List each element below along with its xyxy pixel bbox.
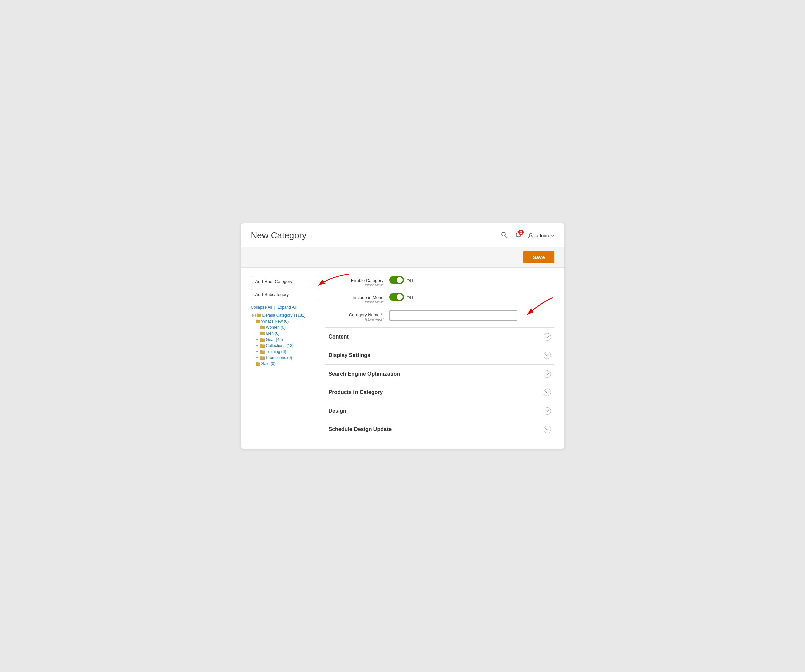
- tree-item: Sale (0): [251, 361, 319, 367]
- tree-item: + Collections (13): [251, 343, 319, 349]
- svg-rect-19: [260, 356, 262, 357]
- search-button[interactable]: [499, 230, 509, 241]
- enable-category-toggle[interactable]: [389, 276, 404, 284]
- svg-rect-9: [260, 326, 262, 327]
- svg-point-2: [529, 233, 532, 236]
- include-in-menu-toggle-label: Yes: [407, 295, 414, 300]
- section-toggle-icon-schedule: [544, 426, 551, 433]
- notifications-button[interactable]: 2: [515, 231, 522, 240]
- add-subcategory-button[interactable]: Add Subcategory: [251, 289, 319, 300]
- section-title-content: Content: [329, 334, 349, 340]
- tree-item-link[interactable]: Sale (0): [261, 361, 276, 366]
- folder-icon: [260, 331, 265, 336]
- tree-item: + Men (0): [251, 330, 319, 336]
- expand-all-link[interactable]: Expand All: [277, 305, 297, 310]
- section-header-design[interactable]: Design: [325, 402, 554, 420]
- tree-expand-icon[interactable]: +: [256, 350, 259, 353]
- tree-item: + Gear (46): [251, 336, 319, 343]
- category-tree: - Default Category (1181) What's New (0)…: [251, 312, 319, 367]
- folder-icon: [260, 344, 265, 347]
- add-root-category-button[interactable]: Add Root Category: [251, 276, 319, 287]
- tree-item: What's New (0): [251, 318, 319, 325]
- svg-rect-21: [256, 362, 258, 364]
- svg-rect-13: [260, 338, 262, 339]
- section-title-products: Products in Category: [329, 389, 383, 395]
- save-button[interactable]: Save: [523, 251, 554, 264]
- tree-item-link[interactable]: Men (0): [266, 331, 280, 336]
- required-mark: *: [381, 312, 383, 317]
- folder-icon: [260, 325, 265, 329]
- folder-icon: [260, 356, 265, 360]
- tree-item-link[interactable]: Training (6): [266, 349, 286, 354]
- svg-rect-7: [256, 320, 258, 321]
- tree-item: + Promotions (0): [251, 355, 319, 361]
- tree-expand-icon[interactable]: +: [256, 356, 259, 359]
- category-name-label: Category Name * [store view]: [329, 310, 389, 321]
- category-name-row: Category Name * [store view]: [325, 310, 554, 321]
- tree-item-link[interactable]: Promotions (0): [266, 356, 292, 360]
- folder-icon: [256, 362, 260, 366]
- tree-item: + Training (6): [251, 349, 319, 355]
- section-toggle-icon-products: [544, 389, 551, 396]
- admin-menu-button[interactable]: admin: [528, 233, 554, 239]
- tree-item-link[interactable]: Gear (46): [266, 337, 283, 342]
- content-area: Add Root Category Add Subcategory Collap…: [241, 276, 564, 439]
- enable-category-label: Enable Category [store view]: [329, 276, 389, 287]
- tree-expand-icon[interactable]: -: [252, 314, 256, 317]
- header-actions: 2 admin: [499, 230, 554, 241]
- user-icon: [528, 233, 534, 239]
- svg-rect-17: [260, 350, 262, 351]
- toolbar: Save: [241, 247, 564, 268]
- notification-badge: 2: [518, 230, 524, 235]
- section-header-seo[interactable]: Search Engine Optimization: [325, 364, 554, 383]
- folder-icon: [260, 350, 265, 354]
- main-card: New Category 2 admin: [241, 223, 564, 449]
- section-title-display-settings: Display Settings: [329, 352, 370, 358]
- include-in-menu-control: Yes: [389, 293, 551, 301]
- enable-category-toggle-label: Yes: [407, 277, 414, 283]
- tree-expand-icon[interactable]: +: [256, 338, 259, 341]
- svg-point-0: [502, 233, 506, 236]
- enable-category-row: Enable Category [store view] Yes: [325, 276, 554, 287]
- page-header: New Category 2 admin: [241, 223, 564, 247]
- page-title: New Category: [251, 230, 307, 241]
- include-in-menu-label: Include in Menu [store view]: [329, 293, 389, 304]
- section-header-display-settings[interactable]: Display Settings: [325, 346, 554, 364]
- category-name-input[interactable]: [389, 310, 517, 321]
- search-icon: [501, 231, 508, 238]
- folder-icon: [256, 319, 260, 323]
- folder-icon: [260, 338, 265, 342]
- include-in-menu-toggle[interactable]: [389, 293, 404, 301]
- section-title-seo: Search Engine Optimization: [329, 371, 400, 377]
- tree-item-link[interactable]: Women (0): [266, 325, 286, 330]
- sidebar: Add Root Category Add Subcategory Collap…: [251, 276, 325, 439]
- category-name-control: [389, 310, 551, 321]
- collapse-all-link[interactable]: Collapse All: [251, 305, 272, 310]
- enable-category-control: Yes: [389, 276, 551, 284]
- tree-expand-icon[interactable]: +: [256, 344, 259, 347]
- svg-rect-5: [257, 314, 259, 315]
- collapse-expand-links: Collapse All | Expand All: [251, 305, 319, 310]
- section-title-schedule: Schedule Design Update: [329, 426, 392, 433]
- svg-rect-11: [260, 332, 262, 333]
- tree-expand-icon[interactable]: +: [256, 332, 259, 335]
- sections-container: Content Display Settings Search Engine O…: [325, 328, 554, 439]
- section-toggle-icon-design: [544, 407, 551, 415]
- section-header-schedule[interactable]: Schedule Design Update: [325, 420, 554, 439]
- tree-item-link[interactable]: Default Category (1181): [263, 313, 306, 318]
- tree-item-link[interactable]: Collections (13): [266, 343, 294, 348]
- tree-item-link[interactable]: What's New (0): [261, 319, 289, 324]
- section-toggle-icon-content: [544, 333, 551, 341]
- folder-icon: [257, 313, 261, 317]
- section-toggle-icon-seo: [544, 370, 551, 378]
- section-header-products[interactable]: Products in Category: [325, 383, 554, 402]
- section-header-content[interactable]: Content: [325, 328, 554, 346]
- tree-item: - Default Category (1181): [251, 312, 319, 318]
- svg-line-1: [505, 236, 507, 238]
- include-in-menu-row: Include in Menu [store view] Yes: [325, 293, 554, 304]
- tree-item: + Women (0): [251, 325, 319, 330]
- svg-rect-15: [260, 344, 262, 345]
- chevron-down-icon: [551, 235, 554, 237]
- tree-expand-icon[interactable]: +: [256, 326, 259, 329]
- admin-label: admin: [536, 233, 549, 238]
